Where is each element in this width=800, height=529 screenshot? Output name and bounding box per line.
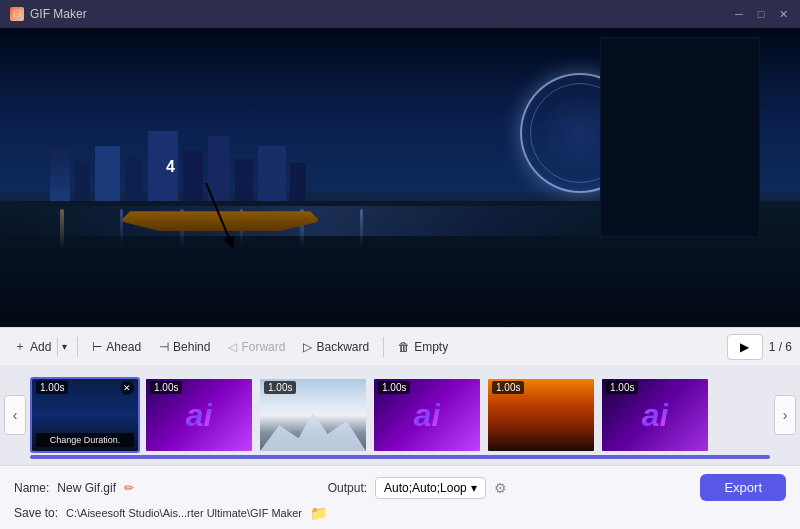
- ai-text-6: ai: [642, 397, 669, 434]
- name-value: New Gif.gif: [57, 481, 116, 495]
- annotation-number: 4: [166, 158, 175, 176]
- svg-marker-2: [260, 412, 366, 451]
- thumb-close-1[interactable]: ✕: [120, 381, 134, 395]
- filmstrip-thumb-4[interactable]: ai 1.00s: [372, 377, 482, 453]
- preview-area: 4: [0, 28, 800, 327]
- gear-icon[interactable]: ⚙: [494, 480, 507, 496]
- export-button[interactable]: Export: [700, 474, 786, 501]
- ahead-button[interactable]: ⊢ Ahead: [84, 336, 149, 358]
- close-button[interactable]: ✕: [776, 7, 790, 21]
- app-title: GIF Maker: [30, 7, 87, 21]
- ai-text-2: ai: [186, 397, 213, 434]
- thumb-duration-1: 1.00s: [36, 381, 68, 394]
- ai-text-4: ai: [414, 397, 441, 434]
- folder-icon[interactable]: 📁: [310, 505, 327, 521]
- name-label: Name:: [14, 481, 49, 495]
- thumb-duration-3: 1.00s: [264, 381, 296, 394]
- toolbar-separator-2: [383, 337, 384, 357]
- play-controls: ▶ 1 / 6: [727, 334, 792, 360]
- forward-icon: ◁: [228, 340, 237, 354]
- city-scene: 4: [0, 28, 800, 327]
- add-label: Add: [30, 340, 51, 354]
- save-path-value: C:\Aiseesoft Studio\Ais...rter Ultimate\…: [66, 507, 302, 519]
- behind-icon: ⊣: [159, 340, 169, 354]
- backward-icon: ▷: [303, 340, 312, 354]
- filmstrip-thumb-6[interactable]: ai 1.00s: [600, 377, 710, 453]
- add-button-group[interactable]: ＋ Add ▾: [8, 334, 71, 359]
- maximize-button[interactable]: □: [754, 7, 768, 21]
- bottom-row-2: Save to: C:\Aiseesoft Studio\Ais...rter …: [14, 505, 786, 521]
- name-edit-icon[interactable]: ✏: [124, 481, 134, 495]
- window-controls[interactable]: ─ □ ✕: [732, 7, 790, 21]
- add-button[interactable]: ＋ Add: [8, 334, 57, 359]
- backward-button[interactable]: ▷ Backward: [295, 336, 377, 358]
- filmstrip-thumb-5[interactable]: 1.00s: [486, 377, 596, 453]
- play-button[interactable]: ▶: [727, 334, 763, 360]
- trash-icon: 🗑: [398, 340, 410, 354]
- bottom-controls: Name: New Gif.gif ✏ Output: Auto;Auto;Lo…: [0, 465, 800, 529]
- filmstrip-thumb-2[interactable]: ai 1.00s: [144, 377, 254, 453]
- name-field: Name: New Gif.gif ✏: [14, 481, 134, 495]
- toolbar: ＋ Add ▾ ⊢ Ahead ⊣ Behind ◁ Forward ▷ Bac…: [0, 327, 800, 365]
- annotation: 4: [176, 178, 256, 262]
- filmstrip-thumb-3[interactable]: 1.00s: [258, 377, 368, 453]
- output-dropdown-icon: ▾: [471, 481, 477, 495]
- thumb-duration-5: 1.00s: [492, 381, 524, 394]
- page-indicator: 1 / 6: [769, 340, 792, 354]
- output-value: Auto;Auto;Loop: [384, 481, 467, 495]
- ahead-icon: ⊢: [92, 340, 102, 354]
- filmstrip-next-button[interactable]: ›: [774, 395, 796, 435]
- bottom-row-1: Name: New Gif.gif ✏ Output: Auto;Auto;Lo…: [14, 474, 786, 501]
- forward-button[interactable]: ◁ Forward: [220, 336, 293, 358]
- filmstrip: ‹ 1.00s ✕ Change Duration. ai 1.00s: [0, 365, 800, 465]
- output-select[interactable]: Auto;Auto;Loop ▾: [375, 477, 486, 499]
- dark-structure: [600, 37, 760, 237]
- title-bar: 🎞 GIF Maker ─ □ ✕: [0, 0, 800, 28]
- thumb-duration-2: 1.00s: [150, 381, 182, 394]
- thumb-duration-6: 1.00s: [606, 381, 638, 394]
- behind-button[interactable]: ⊣ Behind: [151, 336, 218, 358]
- change-duration-button[interactable]: Change Duration.: [36, 433, 134, 447]
- app-icon: 🎞: [10, 7, 24, 21]
- empty-button[interactable]: 🗑 Empty: [390, 336, 456, 358]
- output-field: Output: Auto;Auto;Loop ▾ ⚙: [328, 477, 507, 499]
- output-label: Output:: [328, 481, 367, 495]
- add-dropdown-button[interactable]: ▾: [57, 337, 71, 356]
- main-content: 4 ＋ Add ▾: [0, 28, 800, 529]
- save-to-label: Save to:: [14, 506, 58, 520]
- annotation-arrow: [176, 178, 256, 258]
- svg-line-1: [206, 183, 231, 243]
- filmstrip-progress-bar: [30, 455, 770, 459]
- filmstrip-thumb-1[interactable]: 1.00s ✕ Change Duration.: [30, 377, 140, 453]
- plus-icon: ＋: [14, 338, 26, 355]
- thumb-duration-4: 1.00s: [378, 381, 410, 394]
- minimize-button[interactable]: ─: [732, 7, 746, 21]
- filmstrip-prev-button[interactable]: ‹: [4, 395, 26, 435]
- toolbar-separator-1: [77, 337, 78, 357]
- title-bar-left: 🎞 GIF Maker: [10, 7, 87, 21]
- preview-image: 4: [0, 28, 800, 327]
